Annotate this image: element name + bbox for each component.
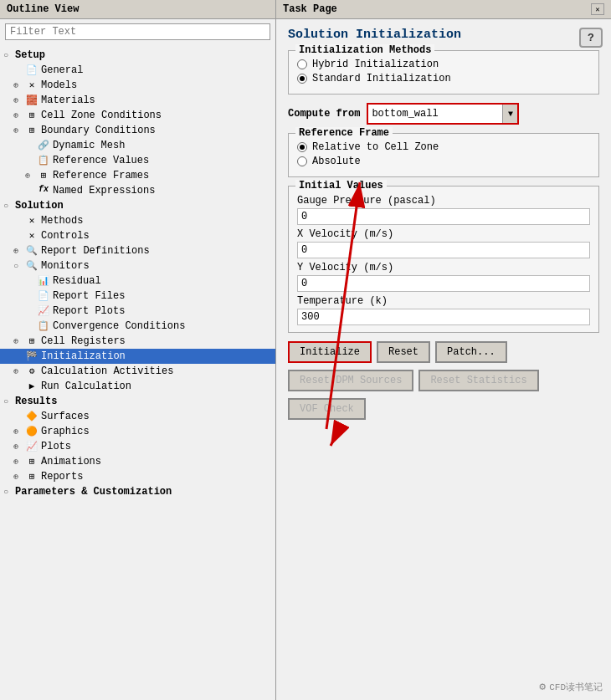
x-velocity-input[interactable] (297, 242, 590, 258)
vof-check-button[interactable]: VOF Check (288, 398, 366, 420)
expander-animations[interactable]: ⊕ (13, 457, 25, 467)
dynamic-mesh-label: Dynamic Mesh (53, 140, 125, 151)
dropdown-arrow-icon[interactable]: ▼ (502, 105, 517, 123)
compute-from-input[interactable] (368, 106, 502, 121)
tree-item-ref-frames[interactable]: ⊕ ⊞ Reference Frames (0, 168, 275, 183)
tree-item-initialization[interactable]: 🏁 Initialization (0, 349, 275, 364)
tree-item-calc-activities[interactable]: ⊕ ⚙ Calculation Activities (0, 364, 275, 379)
absolute-label: Absolute (312, 156, 361, 167)
patch-button[interactable]: Patch... (435, 341, 507, 363)
expander-setup[interactable]: ○ (3, 51, 15, 60)
tree-item-boundary[interactable]: ⊕ ⊞ Boundary Conditions (0, 123, 275, 138)
absolute-row[interactable]: Absolute (297, 156, 590, 167)
tree-item-convergence[interactable]: 📋 Convergence Conditions (0, 319, 275, 334)
monitors-label: Monitors (41, 260, 90, 272)
tree-item-materials[interactable]: ⊕ 🧱 Materials (0, 93, 275, 108)
action-buttons-row: Initialize Reset Patch... (288, 341, 599, 363)
tree-item-surfaces[interactable]: 🔶 Surfaces (0, 409, 275, 424)
tree-item-cell-reg[interactable]: ⊕ ⊞ Cell Registers (0, 334, 275, 349)
expander-results[interactable]: ○ (3, 397, 15, 406)
expander-params[interactable]: ○ (3, 488, 15, 497)
monitors-icon: 🔍 (25, 260, 39, 272)
expander-reports[interactable]: ⊕ (13, 472, 25, 482)
report-def-label: Report Definitions (41, 245, 150, 257)
tree-item-graphics[interactable]: ⊕ 🟠 Graphics (0, 424, 275, 439)
y-velocity-input[interactable] (297, 275, 590, 292)
tree-item-params[interactable]: ○ Parameters & Customization (0, 484, 275, 499)
tree-item-report-files[interactable]: 📄 Report Files (0, 289, 275, 304)
tree-item-ref-values[interactable]: 📋 Reference Values (0, 153, 275, 168)
tree-item-report-plots[interactable]: 📈 Report Plots (0, 304, 275, 319)
tree-item-models[interactable]: ⊕ ✕ Models (0, 78, 275, 93)
tree-item-solution[interactable]: ○ Solution (0, 198, 275, 213)
tree-item-plots[interactable]: ⊕ 📈 Plots (0, 439, 275, 454)
secondary-buttons-row: Reset DPM Sources Reset Statistics (288, 370, 599, 391)
compute-from-wrapper[interactable]: ▼ (367, 103, 519, 125)
tree-item-methods[interactable]: ✕ Methods (0, 213, 275, 228)
tree-item-setup[interactable]: ○ Setup (0, 48, 275, 63)
expander-calc-act[interactable]: ⊕ (13, 366, 25, 376)
reset-button[interactable]: Reset (377, 341, 430, 363)
methods-label: Methods (41, 215, 83, 227)
tree-item-reports[interactable]: ⊕ ⊞ Reports (0, 469, 275, 484)
filter-row (0, 19, 275, 44)
standard-init-radio[interactable] (297, 74, 307, 84)
expander-solution[interactable]: ○ (3, 202, 15, 211)
compute-from-row: Compute from ▼ (288, 103, 599, 125)
tree-item-residual[interactable]: 📊 Residual (0, 273, 275, 289)
relative-row[interactable]: Relative to Cell Zone (297, 141, 590, 153)
tree-item-animations[interactable]: ⊕ ⊞ Animations (0, 454, 275, 469)
ref-values-label: Reference Values (53, 155, 149, 166)
expander-cell-zone[interactable]: ⊕ (13, 110, 25, 120)
expander-plots[interactable]: ⊕ (13, 442, 25, 452)
tree-item-named-expr[interactable]: fx Named Expressions (0, 183, 275, 198)
cell-reg-label: Cell Registers (41, 335, 126, 347)
hybrid-init-radio[interactable] (297, 59, 307, 69)
standard-init-row[interactable]: Standard Initialization (297, 73, 590, 84)
plots-icon: 📈 (25, 441, 39, 452)
gauge-pressure-input[interactable] (297, 208, 590, 225)
reports-label: Reports (41, 471, 83, 483)
tree-item-dynamic-mesh[interactable]: 🔗 Dynamic Mesh (0, 138, 275, 153)
reset-stats-button[interactable]: Reset Statistics (418, 370, 538, 391)
tree-container: ○ Setup 📄 General ⊕ ✕ Models ⊕ 🧱 Materia… (0, 44, 275, 700)
help-button[interactable]: ? (579, 28, 603, 48)
tree-item-general[interactable]: 📄 General (0, 63, 275, 78)
x-velocity-label: X Velocity (m/s) (297, 228, 590, 240)
named-expr-icon: fx (37, 185, 50, 197)
filter-input[interactable] (5, 23, 270, 40)
tree-item-controls[interactable]: ✕ Controls (0, 228, 275, 243)
initialize-button[interactable]: Initialize (288, 341, 372, 363)
ref-frames-label: Reference Frames (53, 170, 149, 181)
relative-radio[interactable] (297, 142, 307, 152)
tree-item-cell-zone[interactable]: ⊕ ⊞ Cell Zone Conditions (0, 108, 275, 123)
tree-item-monitors[interactable]: ○ 🔍 Monitors (0, 258, 275, 273)
tree-item-run-calc[interactable]: ▶ Run Calculation (0, 379, 275, 394)
tree-item-report-def[interactable]: ⊕ 🔍 Report Definitions (0, 243, 275, 258)
reset-dpm-button[interactable]: Reset DPM Sources (288, 370, 413, 391)
expander-graphics[interactable]: ⊕ (13, 427, 25, 437)
expander-boundary[interactable]: ⊕ (13, 125, 25, 135)
materials-label: Materials (41, 95, 95, 106)
close-button[interactable]: ✕ (591, 3, 604, 15)
expander-monitors[interactable]: ○ (13, 262, 25, 271)
residual-icon: 📊 (37, 275, 50, 287)
expander-report-def[interactable]: ⊕ (13, 246, 25, 256)
tree-item-results[interactable]: ○ Results (0, 394, 275, 409)
expander-methods (13, 217, 25, 226)
expander-cell-reg[interactable]: ⊕ (13, 336, 25, 346)
temperature-input[interactable] (297, 309, 590, 325)
expander-ref-frames[interactable]: ⊕ (25, 171, 37, 181)
ref-frame-group: Reference Frame Relative to Cell Zone Ab… (288, 133, 599, 177)
animations-icon: ⊞ (25, 456, 39, 468)
convergence-icon: 📋 (37, 320, 50, 332)
ref-frame-label: Reference Frame (295, 127, 393, 139)
expander-named-expr (25, 186, 37, 196)
expander-models[interactable]: ⊕ (13, 80, 25, 90)
surfaces-label: Surfaces (41, 411, 90, 422)
absolute-radio[interactable] (297, 156, 307, 166)
hybrid-init-row[interactable]: Hybrid Initialization (297, 59, 590, 70)
expander-materials[interactable]: ⊕ (13, 95, 25, 105)
report-def-icon: 🔍 (25, 245, 39, 257)
run-calc-icon: ▶ (25, 381, 39, 392)
